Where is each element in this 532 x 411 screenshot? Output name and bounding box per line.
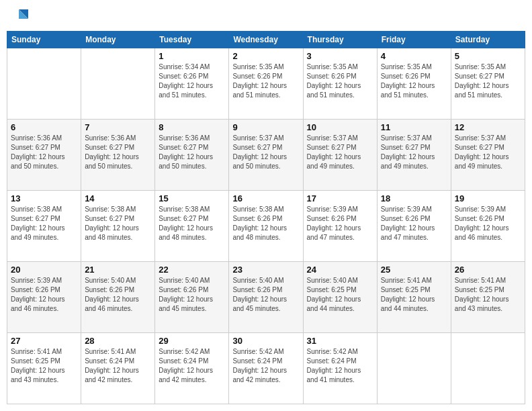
day-info: Sunrise: 5:35 AM Sunset: 6:26 PM Dayligh… (381, 62, 447, 100)
day-number: 7 (85, 122, 151, 132)
day-number: 6 (11, 122, 77, 132)
table-cell (81, 48, 155, 120)
table-cell: 27Sunrise: 5:41 AM Sunset: 6:25 PM Dayli… (7, 333, 81, 404)
table-cell: 10Sunrise: 5:37 AM Sunset: 6:27 PM Dayli… (303, 120, 377, 191)
day-info: Sunrise: 5:39 AM Sunset: 6:26 PM Dayligh… (455, 205, 521, 242)
calendar-week-row: 27Sunrise: 5:41 AM Sunset: 6:25 PM Dayli… (7, 333, 525, 404)
day-number: 10 (307, 122, 373, 132)
day-info: Sunrise: 5:38 AM Sunset: 6:27 PM Dayligh… (11, 205, 77, 242)
day-number: 11 (381, 122, 447, 132)
day-number: 2 (232, 51, 299, 61)
table-cell: 16Sunrise: 5:38 AM Sunset: 6:26 PM Dayli… (229, 191, 303, 262)
table-cell: 5Sunrise: 5:35 AM Sunset: 6:27 PM Daylig… (451, 48, 525, 120)
col-thursday: Thursday (303, 32, 377, 48)
table-cell: 17Sunrise: 5:39 AM Sunset: 6:26 PM Dayli… (303, 191, 377, 262)
day-info: Sunrise: 5:37 AM Sunset: 6:27 PM Dayligh… (307, 134, 373, 171)
day-info: Sunrise: 5:35 AM Sunset: 6:26 PM Dayligh… (307, 62, 373, 100)
table-cell: 18Sunrise: 5:39 AM Sunset: 6:26 PM Dayli… (377, 191, 451, 262)
table-cell: 25Sunrise: 5:41 AM Sunset: 6:25 PM Dayli… (377, 262, 451, 333)
day-info: Sunrise: 5:40 AM Sunset: 6:26 PM Dayligh… (232, 276, 299, 314)
logo (9, 7, 31, 26)
day-info: Sunrise: 5:36 AM Sunset: 6:27 PM Dayligh… (85, 134, 151, 171)
table-cell: 28Sunrise: 5:41 AM Sunset: 6:24 PM Dayli… (81, 333, 155, 404)
day-number: 8 (159, 122, 225, 132)
col-saturday: Saturday (451, 32, 525, 48)
day-number: 18 (381, 193, 447, 203)
day-number: 13 (11, 193, 77, 203)
day-number: 27 (11, 336, 77, 346)
day-info: Sunrise: 5:38 AM Sunset: 6:27 PM Dayligh… (85, 205, 151, 242)
col-monday: Monday (81, 32, 155, 48)
calendar-week-row: 1Sunrise: 5:34 AM Sunset: 6:26 PM Daylig… (7, 48, 525, 120)
day-number: 17 (307, 193, 373, 203)
table-cell: 23Sunrise: 5:40 AM Sunset: 6:26 PM Dayli… (229, 262, 303, 333)
day-info: Sunrise: 5:42 AM Sunset: 6:24 PM Dayligh… (159, 347, 225, 385)
logo-icon (12, 7, 31, 26)
calendar-header-row: Sunday Monday Tuesday Wednesday Thursday… (7, 32, 525, 48)
day-info: Sunrise: 5:41 AM Sunset: 6:24 PM Dayligh… (85, 347, 151, 385)
day-info: Sunrise: 5:42 AM Sunset: 6:24 PM Dayligh… (307, 347, 373, 385)
table-cell: 7Sunrise: 5:36 AM Sunset: 6:27 PM Daylig… (81, 120, 155, 191)
day-info: Sunrise: 5:37 AM Sunset: 6:27 PM Dayligh… (455, 134, 521, 171)
day-info: Sunrise: 5:40 AM Sunset: 6:26 PM Dayligh… (85, 276, 151, 314)
day-info: Sunrise: 5:37 AM Sunset: 6:27 PM Dayligh… (381, 134, 447, 171)
day-info: Sunrise: 5:41 AM Sunset: 6:25 PM Dayligh… (11, 347, 77, 385)
col-tuesday: Tuesday (155, 32, 229, 48)
day-number: 15 (159, 193, 225, 203)
calendar-week-row: 13Sunrise: 5:38 AM Sunset: 6:27 PM Dayli… (7, 191, 525, 262)
day-number: 25 (381, 265, 447, 275)
calendar-week-row: 6Sunrise: 5:36 AM Sunset: 6:27 PM Daylig… (7, 120, 525, 191)
day-info: Sunrise: 5:39 AM Sunset: 6:26 PM Dayligh… (381, 205, 447, 242)
table-cell: 2Sunrise: 5:35 AM Sunset: 6:26 PM Daylig… (229, 48, 303, 120)
table-cell: 8Sunrise: 5:36 AM Sunset: 6:27 PM Daylig… (155, 120, 229, 191)
col-sunday: Sunday (7, 32, 81, 48)
day-number: 22 (159, 265, 225, 275)
table-cell: 26Sunrise: 5:41 AM Sunset: 6:25 PM Dayli… (451, 262, 525, 333)
day-info: Sunrise: 5:42 AM Sunset: 6:24 PM Dayligh… (232, 347, 299, 385)
table-cell: 22Sunrise: 5:40 AM Sunset: 6:26 PM Dayli… (155, 262, 229, 333)
col-friday: Friday (377, 32, 451, 48)
calendar-week-row: 20Sunrise: 5:39 AM Sunset: 6:26 PM Dayli… (7, 262, 525, 333)
day-info: Sunrise: 5:34 AM Sunset: 6:26 PM Dayligh… (159, 62, 225, 100)
day-number: 5 (455, 51, 521, 61)
day-info: Sunrise: 5:41 AM Sunset: 6:25 PM Dayligh… (455, 276, 521, 314)
day-info: Sunrise: 5:35 AM Sunset: 6:27 PM Dayligh… (455, 62, 521, 100)
table-cell: 31Sunrise: 5:42 AM Sunset: 6:24 PM Dayli… (303, 333, 377, 404)
table-cell: 12Sunrise: 5:37 AM Sunset: 6:27 PM Dayli… (451, 120, 525, 191)
day-number: 19 (455, 193, 521, 203)
day-number: 30 (232, 336, 299, 346)
day-number: 14 (85, 193, 151, 203)
day-number: 21 (85, 265, 151, 275)
day-info: Sunrise: 5:40 AM Sunset: 6:25 PM Dayligh… (307, 276, 373, 314)
day-info: Sunrise: 5:38 AM Sunset: 6:26 PM Dayligh… (232, 205, 299, 242)
table-cell (377, 333, 451, 404)
day-info: Sunrise: 5:36 AM Sunset: 6:27 PM Dayligh… (11, 134, 77, 171)
day-number: 20 (11, 265, 77, 275)
day-info: Sunrise: 5:41 AM Sunset: 6:25 PM Dayligh… (381, 276, 447, 314)
day-info: Sunrise: 5:40 AM Sunset: 6:26 PM Dayligh… (159, 276, 225, 314)
table-cell: 19Sunrise: 5:39 AM Sunset: 6:26 PM Dayli… (451, 191, 525, 262)
table-cell: 9Sunrise: 5:37 AM Sunset: 6:27 PM Daylig… (229, 120, 303, 191)
day-number: 9 (232, 122, 299, 132)
day-number: 1 (159, 51, 225, 61)
day-number: 16 (232, 193, 299, 203)
day-number: 24 (307, 265, 373, 275)
table-cell: 6Sunrise: 5:36 AM Sunset: 6:27 PM Daylig… (7, 120, 81, 191)
header (7, 7, 525, 26)
table-cell: 3Sunrise: 5:35 AM Sunset: 6:26 PM Daylig… (303, 48, 377, 120)
table-cell: 4Sunrise: 5:35 AM Sunset: 6:26 PM Daylig… (377, 48, 451, 120)
day-info: Sunrise: 5:39 AM Sunset: 6:26 PM Dayligh… (307, 205, 373, 242)
table-cell: 20Sunrise: 5:39 AM Sunset: 6:26 PM Dayli… (7, 262, 81, 333)
table-cell: 13Sunrise: 5:38 AM Sunset: 6:27 PM Dayli… (7, 191, 81, 262)
day-info: Sunrise: 5:36 AM Sunset: 6:27 PM Dayligh… (159, 134, 225, 171)
table-cell: 21Sunrise: 5:40 AM Sunset: 6:26 PM Dayli… (81, 262, 155, 333)
table-cell (451, 333, 525, 404)
day-info: Sunrise: 5:37 AM Sunset: 6:27 PM Dayligh… (232, 134, 299, 171)
calendar-table: Sunday Monday Tuesday Wednesday Thursday… (7, 31, 525, 404)
day-info: Sunrise: 5:38 AM Sunset: 6:27 PM Dayligh… (159, 205, 225, 242)
page: Sunday Monday Tuesday Wednesday Thursday… (0, 0, 532, 411)
day-number: 4 (381, 51, 447, 61)
col-wednesday: Wednesday (229, 32, 303, 48)
table-cell: 24Sunrise: 5:40 AM Sunset: 6:25 PM Dayli… (303, 262, 377, 333)
day-number: 29 (159, 336, 225, 346)
